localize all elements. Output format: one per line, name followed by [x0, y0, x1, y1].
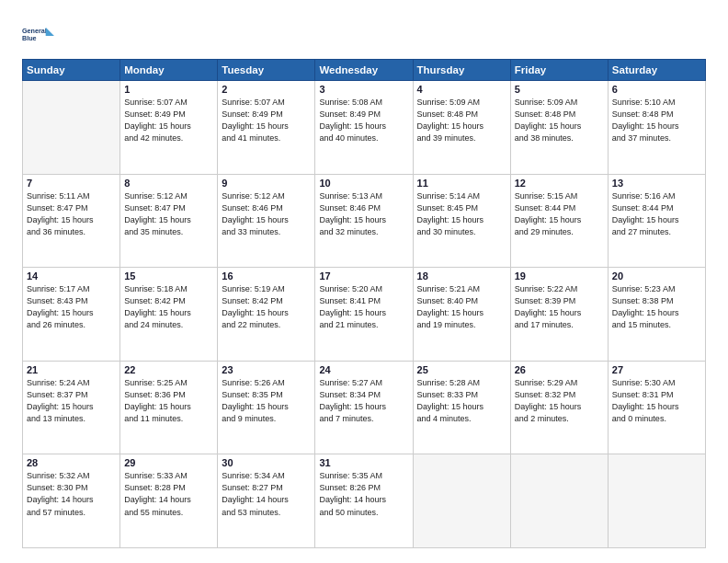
calendar-cell: 27Sunrise: 5:30 AM Sunset: 8:31 PM Dayli…: [608, 361, 705, 454]
day-info: Sunrise: 5:29 AM Sunset: 8:32 PM Dayligh…: [515, 377, 604, 425]
day-info: Sunrise: 5:25 AM Sunset: 8:36 PM Dayligh…: [124, 377, 213, 425]
day-info: Sunrise: 5:19 AM Sunset: 8:42 PM Dayligh…: [222, 283, 311, 331]
day-number: 14: [27, 270, 116, 282]
day-info: Sunrise: 5:33 AM Sunset: 8:28 PM Dayligh…: [124, 470, 213, 518]
calendar-cell: [608, 454, 705, 548]
day-number: 10: [319, 178, 408, 189]
calendar-cell: [23, 81, 120, 175]
calendar-cell: 14Sunrise: 5:17 AM Sunset: 8:43 PM Dayli…: [23, 268, 120, 362]
day-number: 13: [612, 178, 701, 189]
day-info: Sunrise: 5:18 AM Sunset: 8:42 PM Dayligh…: [124, 283, 213, 331]
day-info: Sunrise: 5:07 AM Sunset: 8:49 PM Dayligh…: [124, 97, 213, 144]
day-info: Sunrise: 5:26 AM Sunset: 8:35 PM Dayligh…: [222, 377, 311, 425]
day-of-week-header: Wednesday: [315, 60, 413, 81]
svg-text:General: General: [22, 27, 47, 35]
day-info: Sunrise: 5:09 AM Sunset: 8:48 PM Dayligh…: [515, 97, 604, 144]
day-number: 8: [124, 178, 213, 189]
day-info: Sunrise: 5:09 AM Sunset: 8:48 PM Dayligh…: [417, 97, 506, 144]
day-info: Sunrise: 5:13 AM Sunset: 8:46 PM Dayligh…: [319, 190, 408, 238]
day-number: 22: [124, 364, 213, 375]
calendar-cell: 3Sunrise: 5:08 AM Sunset: 8:49 PM Daylig…: [315, 81, 413, 175]
calendar-table: SundayMondayTuesdayWednesdayThursdayFrid…: [22, 59, 706, 548]
day-info: Sunrise: 5:15 AM Sunset: 8:44 PM Dayligh…: [515, 190, 604, 238]
day-info: Sunrise: 5:24 AM Sunset: 8:37 PM Dayligh…: [27, 377, 116, 425]
day-info: Sunrise: 5:08 AM Sunset: 8:49 PM Dayligh…: [319, 97, 408, 144]
svg-text:Blue: Blue: [22, 34, 37, 42]
calendar-cell: 7Sunrise: 5:11 AM Sunset: 8:47 PM Daylig…: [23, 174, 120, 268]
calendar-cell: 15Sunrise: 5:18 AM Sunset: 8:42 PM Dayli…: [120, 268, 218, 362]
calendar-cell: 28Sunrise: 5:32 AM Sunset: 8:30 PM Dayli…: [23, 454, 120, 548]
day-info: Sunrise: 5:23 AM Sunset: 8:38 PM Dayligh…: [612, 283, 701, 331]
calendar-cell: 24Sunrise: 5:27 AM Sunset: 8:34 PM Dayli…: [315, 361, 413, 454]
day-info: Sunrise: 5:11 AM Sunset: 8:47 PM Dayligh…: [27, 190, 116, 238]
day-number: 15: [124, 270, 213, 282]
day-of-week-header: Tuesday: [218, 60, 315, 81]
day-number: 9: [222, 178, 311, 189]
day-number: 16: [222, 270, 311, 282]
calendar-cell: 12Sunrise: 5:15 AM Sunset: 8:44 PM Dayli…: [510, 174, 608, 268]
calendar-cell: 23Sunrise: 5:26 AM Sunset: 8:35 PM Dayli…: [218, 361, 315, 454]
calendar-cell: [413, 454, 510, 548]
calendar-cell: 30Sunrise: 5:34 AM Sunset: 8:27 PM Dayli…: [218, 454, 315, 548]
day-number: 31: [319, 457, 408, 468]
calendar-cell: 1Sunrise: 5:07 AM Sunset: 8:49 PM Daylig…: [120, 81, 218, 175]
day-info: Sunrise: 5:27 AM Sunset: 8:34 PM Dayligh…: [319, 377, 408, 425]
day-info: Sunrise: 5:14 AM Sunset: 8:45 PM Dayligh…: [417, 190, 506, 238]
day-number: 29: [124, 457, 213, 468]
calendar-cell: [510, 454, 608, 548]
day-number: 17: [319, 270, 408, 282]
day-number: 24: [319, 364, 408, 375]
day-info: Sunrise: 5:10 AM Sunset: 8:48 PM Dayligh…: [612, 97, 701, 144]
day-number: 21: [27, 364, 116, 375]
day-number: 2: [222, 84, 311, 95]
day-info: Sunrise: 5:21 AM Sunset: 8:40 PM Dayligh…: [417, 283, 506, 331]
page-header: GeneralBlue: [22, 18, 706, 52]
calendar-cell: 20Sunrise: 5:23 AM Sunset: 8:38 PM Dayli…: [608, 268, 705, 362]
day-info: Sunrise: 5:12 AM Sunset: 8:47 PM Dayligh…: [124, 190, 213, 238]
day-number: 12: [515, 178, 604, 189]
day-number: 6: [612, 84, 701, 95]
day-of-week-header: Monday: [120, 60, 218, 81]
calendar-cell: 17Sunrise: 5:20 AM Sunset: 8:41 PM Dayli…: [315, 268, 413, 362]
day-of-week-header: Saturday: [608, 60, 705, 81]
calendar-cell: 31Sunrise: 5:35 AM Sunset: 8:26 PM Dayli…: [315, 454, 413, 548]
day-info: Sunrise: 5:20 AM Sunset: 8:41 PM Dayligh…: [319, 283, 408, 331]
day-number: 5: [515, 84, 604, 95]
day-info: Sunrise: 5:32 AM Sunset: 8:30 PM Dayligh…: [27, 470, 116, 518]
day-number: 20: [612, 270, 701, 282]
calendar-cell: 25Sunrise: 5:28 AM Sunset: 8:33 PM Dayli…: [413, 361, 510, 454]
day-info: Sunrise: 5:12 AM Sunset: 8:46 PM Dayligh…: [222, 190, 311, 238]
calendar-cell: 6Sunrise: 5:10 AM Sunset: 8:48 PM Daylig…: [608, 81, 705, 175]
svg-marker-2: [46, 28, 54, 36]
logo: GeneralBlue: [22, 18, 55, 52]
day-number: 26: [515, 364, 604, 375]
day-number: 3: [319, 84, 408, 95]
day-info: Sunrise: 5:07 AM Sunset: 8:49 PM Dayligh…: [222, 97, 311, 144]
calendar-cell: 22Sunrise: 5:25 AM Sunset: 8:36 PM Dayli…: [120, 361, 218, 454]
day-of-week-header: Sunday: [23, 60, 120, 81]
day-number: 27: [612, 364, 701, 375]
calendar-cell: 16Sunrise: 5:19 AM Sunset: 8:42 PM Dayli…: [218, 268, 315, 362]
day-of-week-header: Thursday: [413, 60, 510, 81]
calendar-cell: 13Sunrise: 5:16 AM Sunset: 8:44 PM Dayli…: [608, 174, 705, 268]
day-info: Sunrise: 5:28 AM Sunset: 8:33 PM Dayligh…: [417, 377, 506, 425]
day-number: 7: [27, 178, 116, 189]
day-number: 11: [417, 178, 506, 189]
day-number: 19: [515, 270, 604, 282]
calendar-cell: 8Sunrise: 5:12 AM Sunset: 8:47 PM Daylig…: [120, 174, 218, 268]
calendar-cell: 11Sunrise: 5:14 AM Sunset: 8:45 PM Dayli…: [413, 174, 510, 268]
calendar-cell: 29Sunrise: 5:33 AM Sunset: 8:28 PM Dayli…: [120, 454, 218, 548]
calendar-cell: 19Sunrise: 5:22 AM Sunset: 8:39 PM Dayli…: [510, 268, 608, 362]
calendar-cell: 18Sunrise: 5:21 AM Sunset: 8:40 PM Dayli…: [413, 268, 510, 362]
day-info: Sunrise: 5:30 AM Sunset: 8:31 PM Dayligh…: [612, 377, 701, 425]
day-info: Sunrise: 5:34 AM Sunset: 8:27 PM Dayligh…: [222, 470, 311, 518]
calendar-cell: 10Sunrise: 5:13 AM Sunset: 8:46 PM Dayli…: [315, 174, 413, 268]
day-number: 4: [417, 84, 506, 95]
calendar-cell: 5Sunrise: 5:09 AM Sunset: 8:48 PM Daylig…: [510, 81, 608, 175]
calendar-cell: 21Sunrise: 5:24 AM Sunset: 8:37 PM Dayli…: [23, 361, 120, 454]
day-info: Sunrise: 5:22 AM Sunset: 8:39 PM Dayligh…: [515, 283, 604, 331]
day-number: 30: [222, 457, 311, 468]
day-number: 18: [417, 270, 506, 282]
day-info: Sunrise: 5:35 AM Sunset: 8:26 PM Dayligh…: [319, 470, 408, 518]
calendar-cell: 2Sunrise: 5:07 AM Sunset: 8:49 PM Daylig…: [218, 81, 315, 175]
